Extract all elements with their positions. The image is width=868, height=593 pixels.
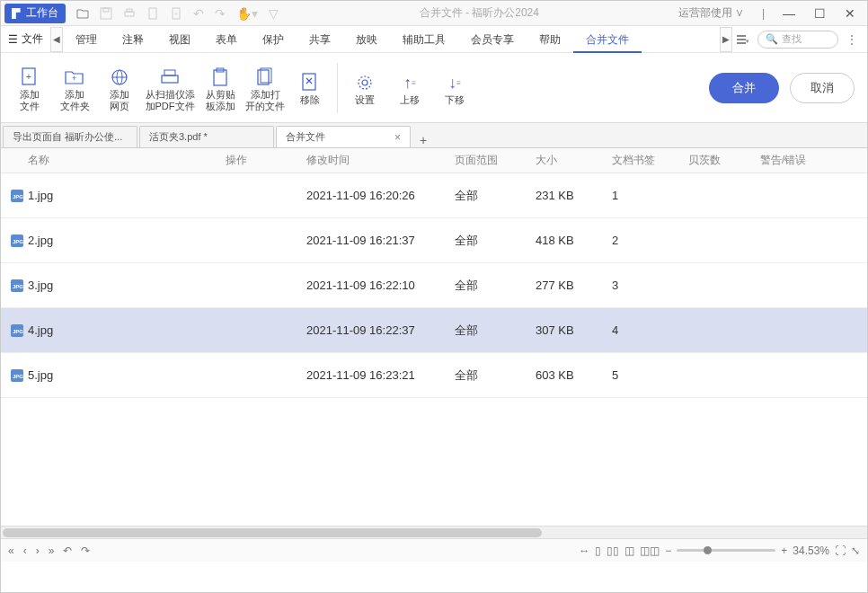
tab-add-button[interactable]: +: [412, 133, 434, 147]
menu-present[interactable]: 放映: [343, 26, 390, 53]
tab-close-icon[interactable]: ×: [394, 131, 401, 144]
document-tabbar: 导出页面自 福昕办公使... 活页夹3.pdf * 合并文件 × +: [1, 123, 867, 148]
statusbar-nav: « ‹ › » ↶ ↷: [8, 544, 90, 557]
menu-help[interactable]: 帮助: [527, 26, 573, 53]
undo-icon: ↶: [193, 6, 204, 21]
horizontal-scrollbar[interactable]: [1, 526, 867, 538]
zoom-in-icon[interactable]: +: [781, 544, 787, 557]
zoom-slider[interactable]: [677, 549, 775, 552]
filter-icon: ▽: [269, 6, 279, 21]
open-files-icon: [256, 66, 274, 89]
arrow-up-icon: ↑≡: [403, 71, 416, 94]
menu-tools[interactable]: 辅助工具: [390, 26, 458, 53]
add-open-files-button[interactable]: 添加打 开的文件: [244, 57, 287, 119]
merge-button[interactable]: 合并: [709, 73, 779, 103]
titlebar-divider: |: [757, 7, 770, 20]
col-name[interactable]: 名称: [28, 153, 226, 168]
col-size[interactable]: 大小: [536, 153, 612, 168]
single-page-icon[interactable]: ▯: [595, 544, 601, 557]
col-op[interactable]: 操作: [226, 153, 306, 168]
cell-date: 2021-11-09 16:22:10: [306, 279, 455, 292]
settings-dropdown-icon[interactable]: ▾: [732, 33, 754, 46]
cell-range: 全部: [455, 233, 536, 249]
svg-rect-4: [149, 8, 156, 19]
nav-next-icon[interactable]: ›: [36, 544, 40, 557]
cell-name: 4.jpg: [28, 323, 226, 337]
window-title: 合并文件 - 福昕办公2024: [286, 5, 673, 21]
table-row[interactable]: JPG5.jpg2021-11-09 16:23:21全部603 KB5: [1, 353, 867, 398]
svg-text:▾: ▾: [746, 38, 749, 44]
col-range[interactable]: 页面范围: [455, 153, 536, 168]
cell-size: 307 KB: [536, 323, 612, 337]
menu-share[interactable]: 共享: [297, 26, 343, 53]
svg-text:JPG: JPG: [13, 284, 23, 289]
svg-text:JPG: JPG: [13, 374, 23, 379]
page-add-icon: +: [170, 6, 182, 21]
add-folder-button[interactable]: + 添加 文件夹: [53, 57, 96, 119]
collapse-icon[interactable]: ⤡: [851, 544, 860, 557]
col-date[interactable]: 修改时间: [306, 153, 455, 168]
nav-last-icon[interactable]: »: [49, 544, 55, 557]
fullscreen-icon[interactable]: ⛶: [835, 544, 846, 557]
menu-manage[interactable]: 管理: [63, 26, 110, 53]
two-page-icon[interactable]: ◫: [624, 544, 634, 557]
nav-prev-icon[interactable]: ‹: [23, 544, 27, 557]
statusbar: « ‹ › » ↶ ↷ ↔ ▯ ▯▯ ◫ ◫◫ − + 34.53% ⛶ ⤡: [1, 538, 867, 562]
workspace-button[interactable]: 工作台: [4, 4, 66, 23]
zoom-slider-thumb[interactable]: [704, 546, 712, 554]
table-row[interactable]: JPG4.jpg2021-11-09 16:22:37全部307 KB4: [1, 308, 867, 353]
rotate-right-icon[interactable]: ↷: [81, 544, 90, 557]
settings-button[interactable]: 设置: [343, 57, 386, 119]
cell-date: 2021-11-09 16:20:26: [306, 189, 455, 202]
svg-text:+: +: [174, 11, 178, 17]
col-warn[interactable]: 警告/错误: [760, 153, 867, 168]
from-scanner-button[interactable]: 从扫描仪添 加PDF文件: [143, 57, 197, 119]
continuous-icon[interactable]: ▯▯: [607, 544, 619, 557]
fit-width-icon[interactable]: ↔: [579, 544, 589, 557]
doc-tab-0[interactable]: 导出页面自 福昕办公使...: [3, 126, 137, 147]
menu-protect[interactable]: 保护: [250, 26, 297, 53]
rotate-left-icon[interactable]: ↶: [63, 544, 72, 557]
col-bookmark[interactable]: 文档书签: [612, 153, 688, 168]
col-bates[interactable]: 贝茨数: [688, 153, 760, 168]
menu-nav-left[interactable]: ◀: [50, 27, 63, 52]
table-row[interactable]: JPG3.jpg2021-11-09 16:22:10全部277 KB3: [1, 263, 867, 308]
table-row[interactable]: JPG1.jpg2021-11-09 16:20:26全部231 KB1: [1, 173, 867, 218]
menu-annotate[interactable]: 注释: [110, 26, 156, 53]
ribbon: + 添加 文件 + 添加 文件夹 添加 网页 从扫描仪添 加PDF文件 从剪贴 …: [1, 53, 867, 123]
add-file-button[interactable]: + 添加 文件: [8, 57, 51, 119]
scrollbar-thumb[interactable]: [3, 528, 542, 537]
move-down-button[interactable]: ↓≡ 下移: [433, 57, 476, 119]
add-web-button[interactable]: 添加 网页: [98, 57, 141, 119]
menu-merge[interactable]: 合并文件: [573, 26, 642, 53]
svg-rect-9: [737, 42, 746, 44]
menu-nav-right[interactable]: ▶: [720, 27, 732, 52]
open-icon[interactable]: [76, 6, 89, 21]
maximize-button[interactable]: ☐: [808, 4, 831, 22]
menu-view[interactable]: 视图: [156, 26, 203, 53]
search-input[interactable]: 🔍 查找: [757, 31, 838, 49]
from-clipboard-button[interactable]: 从剪贴 板添加: [199, 57, 242, 119]
cancel-button[interactable]: 取消: [790, 73, 855, 103]
jpg-icon: JPG: [6, 234, 28, 248]
remove-button[interactable]: 移除: [288, 57, 332, 119]
arrow-down-icon: ↓≡: [448, 71, 461, 94]
table-row[interactable]: JPG2.jpg2021-11-09 16:21:37全部418 KB2: [1, 218, 867, 263]
two-continuous-icon[interactable]: ◫◫: [640, 544, 660, 557]
redo-icon: ↷: [215, 6, 226, 21]
cell-range: 全部: [455, 323, 536, 339]
minimize-button[interactable]: —: [777, 4, 801, 22]
menu-member[interactable]: 会员专享: [458, 26, 527, 53]
close-button[interactable]: ✕: [838, 4, 862, 22]
svg-rect-23: [303, 74, 315, 90]
doc-tab-2[interactable]: 合并文件 ×: [276, 126, 411, 147]
more-icon[interactable]: ⋮: [842, 32, 862, 47]
file-menu[interactable]: ☰ 文件: [1, 26, 50, 52]
zoom-out-icon[interactable]: −: [665, 544, 671, 557]
move-up-button[interactable]: ↑≡ 上移: [388, 57, 431, 119]
scanner-icon: [160, 66, 180, 89]
menu-form[interactable]: 表单: [203, 26, 250, 53]
nav-first-icon[interactable]: «: [8, 544, 14, 557]
user-label[interactable]: 运营部使用 ∨: [673, 5, 749, 21]
doc-tab-1[interactable]: 活页夹3.pdf *: [139, 126, 274, 147]
